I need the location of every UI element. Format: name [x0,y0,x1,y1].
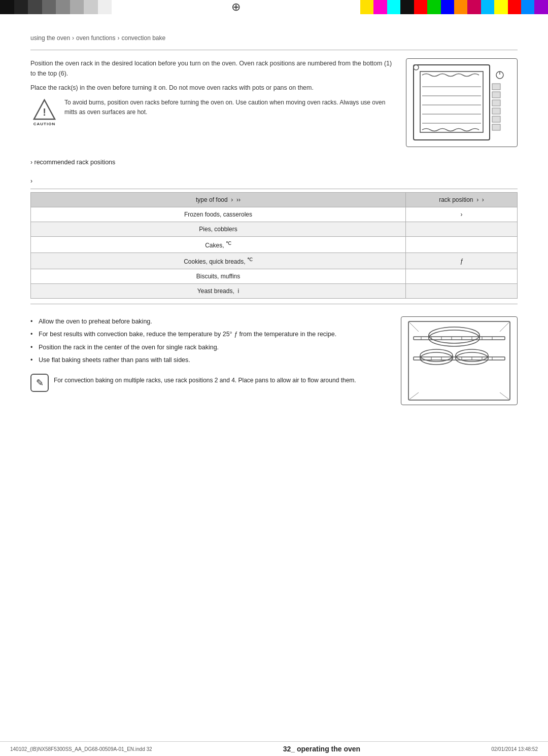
black-swatches [0,0,112,14]
table-row: Cakes, ℃ [31,237,518,253]
table-row: Cookies, quick breads, ℃ ƒ [31,253,518,269]
table-cell-rack-3 [406,237,518,253]
svg-rect-36 [414,337,505,340]
footer-center: 32_ operating the oven [283,745,360,753]
svg-line-51 [408,392,419,400]
mid-section: › recommended rack positions [30,157,518,167]
table-cell-food-6: Yeast breads, i [31,284,406,299]
table-header-row: type of food › ›› rack position › › [31,193,518,207]
color-swatches [360,0,548,14]
breadcrumb-arrow-1: › [72,34,74,42]
tip-item-2: For best results with convection bake, r… [30,329,391,340]
top-separator [30,50,518,50]
pan-diagram-svg [406,319,512,403]
table-section: › type of food › ›› rack position › › Fr… [30,177,518,304]
caution-triangle-svg: ! [33,99,56,120]
breadcrumb-item-1: using the oven [30,34,70,42]
table-header-food: type of food › ›› [31,193,406,207]
table-row: Pies, cobblers [31,222,518,237]
table-bottom-separator [30,304,518,304]
data-table: type of food › ›› rack position › › Froz… [30,192,518,299]
footer-left: 140102_(IB)NX58F5300SS_AA_DG68-00509A-01… [10,746,152,752]
footer-right: 02/01/2014 13:48:52 [491,746,538,752]
table-cell-rack-4: ƒ [406,253,518,269]
oven-diagram [406,58,518,147]
mid-section-arrow-label: recommended rack positions [34,159,115,166]
svg-point-15 [414,65,419,70]
top-paragraph-2: Place the rack(s) in the oven before tur… [30,83,396,93]
svg-rect-11 [492,100,500,106]
svg-point-46 [429,327,480,343]
table-top-separator [30,189,518,189]
svg-rect-18 [408,321,510,400]
tip-item-1: Allow the oven to preheat before baking. [30,316,391,327]
table-cell-rack-5 [406,269,518,284]
caution-label: CAUTION [33,121,55,128]
tips-list: Allow the oven to preheat before baking.… [30,316,391,366]
table-header-rack: rack position › › [406,193,518,207]
svg-rect-9 [492,84,500,90]
mid-arrow-text: › recommended rack positions [30,157,518,167]
tip-item-4: Use flat baking sheets rather than pans … [30,355,391,366]
svg-line-52 [500,392,510,400]
breadcrumb-item-3: convection bake [121,34,165,42]
table-row: Biscuits, muffins [31,269,518,284]
table-title: › [30,177,518,185]
table-cell-food-3: Cakes, ℃ [31,237,406,253]
tip-item-3: Position the rack in the center of the o… [30,342,391,353]
table-row: Yeast breads, i [31,284,518,299]
svg-line-50 [500,321,510,332]
top-paragraph-1: Position the oven rack in the desired lo… [30,58,396,79]
table-row: Frozen foods, casseroles › [31,207,518,222]
svg-point-28 [420,352,453,365]
pan-diagram [401,316,518,405]
svg-line-49 [408,321,419,332]
tips-section: Allow the oven to preheat before baking.… [30,316,518,405]
breadcrumb-arrow-2: › [117,34,119,42]
caution-block: ! CAUTION To avoid burns, position oven … [30,98,396,128]
table-cell-rack-2 [406,222,518,237]
table-title-arrow: › [30,177,32,185]
table-cell-food-1: Frozen foods, casseroles [31,207,406,222]
breadcrumb: using the oven › oven functions › convec… [30,34,518,42]
top-section: Position the oven rack in the desired lo… [30,58,518,147]
oven-diagram-svg [411,62,512,143]
table-cell-rack-6 [406,284,518,299]
top-text: Position the oven rack in the desired lo… [30,58,396,147]
mid-arrow-symbol: › [30,159,32,166]
footer: 140102_(IB)NX58F5300SS_AA_DG68-00509A-01… [0,741,548,756]
breadcrumb-item-2: oven functions [76,34,115,42]
svg-rect-13 [492,116,500,122]
svg-rect-14 [492,124,500,130]
table-cell-food-2: Pies, cobblers [31,222,406,237]
svg-rect-12 [492,108,500,114]
note-text: For convection baking on multiple racks,… [54,376,391,385]
page-content: using the oven › oven functions › convec… [0,14,548,415]
svg-rect-10 [492,92,500,98]
color-bar-top [0,0,548,14]
note-icon: ✎ [30,374,49,392]
table-cell-food-4: Cookies, quick breads, ℃ [31,253,406,269]
caution-icon: ! CAUTION [30,98,58,128]
table-cell-food-5: Biscuits, muffins [31,269,406,284]
svg-text:!: ! [43,106,46,118]
top-crosshair [112,0,360,14]
table-cell-rack-1: › [406,207,518,222]
caution-text: To avoid burns, position oven racks befo… [64,98,396,117]
note-block: ✎ For convection baking on multiple rack… [30,374,391,392]
tips-text: Allow the oven to preheat before baking.… [30,316,391,405]
